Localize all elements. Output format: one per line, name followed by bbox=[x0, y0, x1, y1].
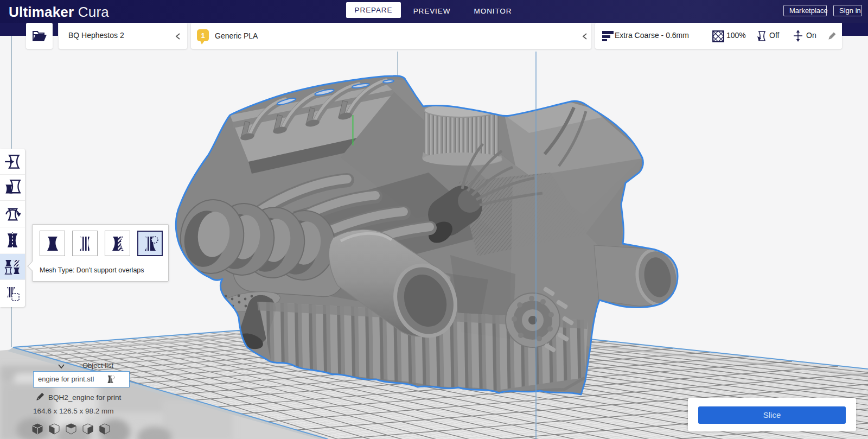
svg-text:1: 1 bbox=[201, 31, 205, 40]
